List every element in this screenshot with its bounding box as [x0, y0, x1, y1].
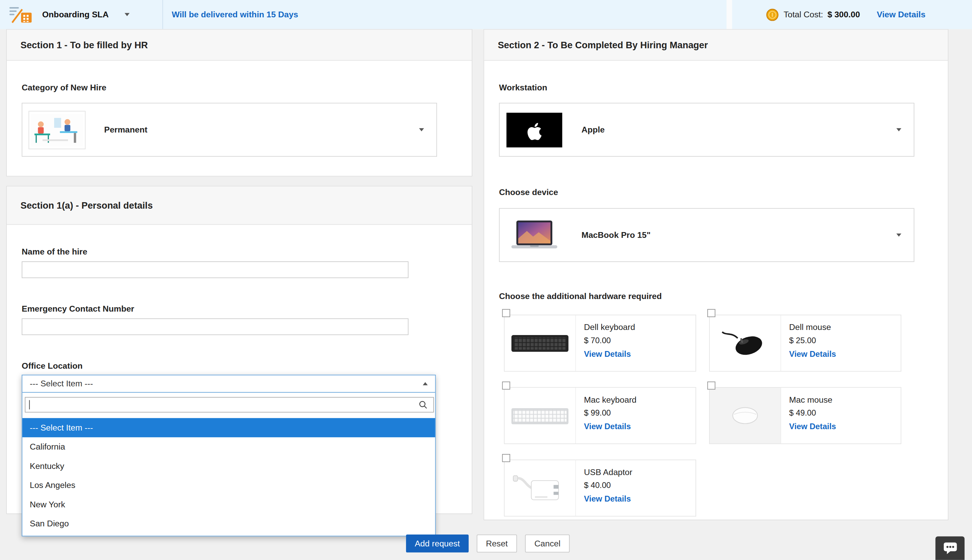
- mac-keyboard-image: [505, 388, 576, 443]
- coin-icon: [766, 8, 779, 22]
- chevron-down-icon: [419, 128, 424, 131]
- office-location-dropdown: --- Select Item --- --- Select Item --- …: [22, 375, 436, 537]
- office-option[interactable]: California: [22, 437, 435, 457]
- section1-title: Section 1 - To be filled by HR: [20, 40, 148, 50]
- hardware-view-details-link[interactable]: View Details: [584, 422, 631, 431]
- category-illustration-image: [22, 110, 92, 149]
- topbar-gap: [726, 0, 732, 29]
- add-request-button[interactable]: Add request: [406, 535, 468, 553]
- device-value: MacBook Pro 15": [582, 230, 651, 240]
- sla-selector[interactable]: Onboarding SLA: [0, 4, 130, 25]
- onboarding-request-page: Onboarding SLA Will be delivered within …: [0, 0, 972, 560]
- office-option[interactable]: San Diego: [22, 514, 435, 533]
- hardware-price: $ 49.00: [789, 408, 836, 417]
- hardware-name: Mac mouse: [789, 395, 836, 404]
- hardware-price: $ 99.00: [584, 408, 637, 417]
- hardware-view-details-link[interactable]: View Details: [584, 494, 631, 503]
- office-option[interactable]: --- Select Item ---: [22, 418, 435, 437]
- cancel-button[interactable]: Cancel: [525, 535, 570, 553]
- hardware-card: Mac mouse $ 49.00 View Details: [709, 387, 901, 444]
- total-cost-value: $ 300.00: [828, 10, 860, 19]
- form-actions: Add request Reset Cancel: [406, 535, 570, 553]
- delivery-note: Will be delivered within 15 Days: [172, 0, 298, 29]
- hardware-name: Dell keyboard: [584, 323, 635, 332]
- hardware-price: $ 40.00: [584, 480, 632, 490]
- chevron-down-icon: [897, 128, 902, 131]
- category-value: Permanent: [104, 125, 147, 134]
- section1-panel: Section 1 - To be filled by HR Category …: [6, 29, 472, 177]
- hardware-item-mac-keyboard: Mac keyboard $ 99.00 View Details: [504, 387, 696, 444]
- dell-mouse-image: [710, 315, 781, 371]
- dell-mouse-checkbox[interactable]: [708, 309, 716, 317]
- view-details-link[interactable]: View Details: [877, 10, 925, 19]
- hardware-card: USB Adaptor $ 40.00 View Details: [504, 459, 696, 517]
- chevron-up-icon: [423, 382, 428, 385]
- hardware-item-dell-mouse: Dell mouse $ 25.00 View Details: [709, 315, 901, 372]
- hardware-price: $ 25.00: [789, 336, 836, 345]
- mac-mouse-checkbox[interactable]: [708, 382, 716, 390]
- office-location-label: Office Location: [22, 361, 457, 370]
- section2-header: Section 2 - To Be Completed By Hiring Ma…: [484, 30, 948, 60]
- text-cursor: [29, 400, 30, 409]
- category-label: Category of New Hire: [22, 83, 457, 92]
- hardware-card: Dell keyboard $ 70.00 View Details: [504, 315, 696, 372]
- hardware-card: Dell mouse $ 25.00 View Details: [709, 315, 901, 372]
- choose-device-label: Choose device: [499, 188, 933, 197]
- mac-mouse-image: [710, 388, 781, 443]
- chat-icon: [942, 541, 957, 555]
- emergency-contact-input[interactable]: [22, 318, 408, 335]
- usb-adaptor-checkbox[interactable]: [502, 454, 510, 462]
- hardware-card: Mac keyboard $ 99.00 View Details: [504, 387, 696, 444]
- name-of-hire-label: Name of the hire: [22, 247, 457, 256]
- workstation-value: Apple: [582, 125, 605, 134]
- chevron-down-icon: [125, 13, 130, 16]
- office-option[interactable]: Kentucky: [22, 457, 435, 476]
- additional-hardware-label: Choose the additional hardware required: [499, 292, 933, 301]
- office-option[interactable]: New York: [22, 495, 435, 514]
- hardware-view-details-link[interactable]: View Details: [789, 349, 836, 358]
- service-catalog-icon: [9, 4, 33, 25]
- search-icon: [418, 400, 428, 409]
- office-selected-value: --- Select Item ---: [30, 379, 93, 388]
- office-search-area: [22, 393, 435, 418]
- hardware-view-details-link[interactable]: View Details: [584, 349, 631, 358]
- hardware-item-dell-keyboard: Dell keyboard $ 70.00 View Details: [504, 315, 696, 372]
- hardware-view-details-link[interactable]: View Details: [789, 422, 836, 431]
- category-select[interactable]: Permanent: [22, 103, 437, 157]
- hardware-item-mac-mouse: Mac mouse $ 49.00 View Details: [709, 387, 901, 444]
- hardware-name: Mac keyboard: [584, 395, 637, 404]
- workstation-select[interactable]: Apple: [499, 103, 914, 157]
- chat-launcher-button[interactable]: [935, 536, 965, 560]
- workstation-label: Workstation: [499, 83, 933, 92]
- hardware-grid: Dell keyboard $ 70.00 View Details: [504, 315, 925, 517]
- office-option[interactable]: Los Angeles: [22, 476, 435, 495]
- device-select[interactable]: MacBook Pro 15": [499, 208, 914, 262]
- section2-title: Section 2 - To Be Completed By Hiring Ma…: [498, 40, 708, 50]
- dell-keyboard-image: [505, 315, 576, 371]
- topbar: Onboarding SLA Will be delivered within …: [0, 0, 972, 29]
- hardware-name: USB Adaptor: [584, 468, 632, 477]
- topbar-divider: [162, 0, 163, 29]
- section2-panel: Section 2 - To Be Completed By Hiring Ma…: [483, 29, 949, 520]
- name-of-hire-input[interactable]: [22, 261, 408, 278]
- total-cost-label: Total Cost:: [784, 10, 823, 19]
- hardware-item-usb-adaptor: USB Adaptor $ 40.00 View Details: [504, 459, 696, 517]
- macbook-image: [500, 217, 569, 253]
- dell-keyboard-checkbox[interactable]: [502, 309, 510, 317]
- apple-logo-image: [500, 112, 569, 147]
- hardware-name: Dell mouse: [789, 323, 836, 332]
- usb-adaptor-image: [505, 460, 576, 516]
- section1a-header: Section 1(a) - Personal details: [7, 187, 472, 225]
- office-search-input[interactable]: [25, 397, 434, 413]
- hardware-price: $ 70.00: [584, 336, 635, 345]
- sla-name: Onboarding SLA: [42, 10, 109, 19]
- office-options-list: --- Select Item --- California Kentucky …: [22, 418, 435, 535]
- office-location-select[interactable]: --- Select Item ---: [22, 375, 435, 393]
- section1-header: Section 1 - To be filled by HR: [7, 30, 472, 60]
- emergency-contact-label: Emergency Contact Number: [22, 304, 457, 313]
- total-cost-area: Total Cost: $ 300.00 View Details: [766, 0, 925, 29]
- chevron-down-icon: [897, 233, 902, 237]
- mac-keyboard-checkbox[interactable]: [502, 382, 510, 390]
- section1a-title: Section 1(a) - Personal details: [20, 200, 153, 211]
- reset-button[interactable]: Reset: [477, 535, 517, 553]
